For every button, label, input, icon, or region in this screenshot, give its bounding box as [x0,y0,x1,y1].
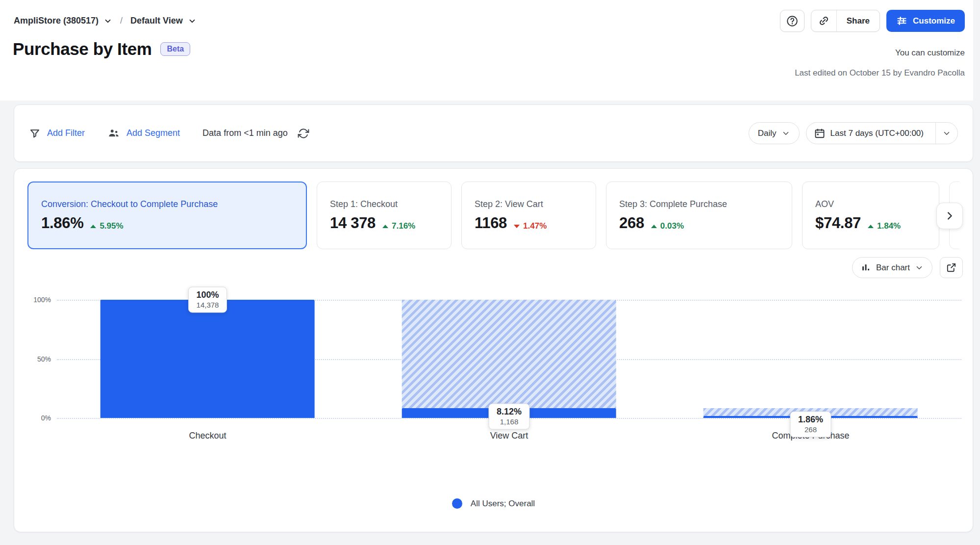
refresh-button[interactable] [298,128,309,139]
add-segment-button[interactable]: Add Segment [107,127,180,140]
add-filter-label: Add Filter [47,128,85,138]
trend-arrow-icon [651,225,657,228]
metric-card-value: 268 [619,214,644,232]
chevron-down-icon [188,17,197,26]
view-selector[interactable]: Default View [130,16,197,26]
help-icon [786,15,799,27]
metric-card-label: Step 2: View Cart [475,199,583,209]
project-name: AmpliStore (380517) [14,16,99,26]
series-label: All Users; Overall [471,499,535,509]
y-axis-tick: 50% [37,355,51,363]
chart-type-select[interactable]: Bar chart [852,257,932,278]
copy-link-button[interactable] [811,10,837,31]
share-button-group: Share [811,10,880,32]
x-axis-label: View Cart [358,431,660,441]
chart-panel: Conversion: Checkout to Complete Purchas… [14,168,973,532]
series-color-dot[interactable] [452,498,462,509]
metric-card-value: 1.86% [41,214,83,232]
sliders-icon [896,15,907,26]
breadcrumb-separator: / [120,16,123,26]
trend-arrow-icon [514,225,520,228]
customize-label: Customize [913,16,955,26]
open-in-new-icon [946,262,957,273]
view-name: Default View [130,16,183,26]
metric-card-value: $74.87 [815,214,861,232]
x-axis-label: Checkout [57,431,358,441]
metric-card[interactable]: Conversion: Checkout to Complete Purchas… [27,182,307,249]
title-row: Purchase by Item Beta [13,39,190,59]
bar-value-label: 1.86%268 [790,411,831,437]
calendar-icon [814,128,826,139]
trend-arrow-icon [90,225,96,228]
date-range-value: Last 7 days (UTC+00:00) [830,129,924,138]
dropoff-hatch-area[interactable] [402,300,616,408]
granularity-value: Daily [758,129,777,138]
chart-controls: Bar chart [852,257,963,278]
metric-card-delta: 0.03% [651,221,684,231]
bar-value-label: 8.12%1,168 [489,404,529,430]
top-actions: Share Customize [780,10,965,32]
chevron-down-icon [942,129,951,138]
chevron-right-icon [944,210,955,221]
metric-card-delta: 1.84% [868,221,901,231]
link-icon [818,15,830,27]
funnel-step-complete-purchase[interactable]: 1.86%268Complete Purchase [660,300,961,418]
project-selector[interactable]: AmpliStore (380517) [14,16,112,26]
chevron-down-icon [915,263,924,272]
breadcrumb: AmpliStore (380517) / Default View [14,16,197,26]
funnel-filter-icon [29,128,41,139]
metric-cards-row: Conversion: Checkout to Complete Purchas… [27,182,959,249]
metric-card[interactable]: AOV $74.87 1.84% [802,182,939,249]
metric-card[interactable]: Step 2: View Cart 1168 1.47% [461,182,596,249]
bar-value-label: 100%14,378 [188,287,226,313]
customize-button[interactable]: Customize [886,10,965,32]
metric-card-label: Conversion: Checkout to Complete Purchas… [41,199,293,209]
scroll-cards-next-button[interactable] [936,203,963,229]
funnel-bar-chart: 100% 50% 0% 100%14,378Checkout8.12%1,168… [57,300,961,418]
filter-toolbar: Add Filter Add Segment Data from <1 min … [14,104,973,162]
metric-card-value: 14 378 [330,214,376,232]
chevron-down-icon [781,129,790,138]
y-axis-tick: 100% [33,296,51,304]
beta-badge: Beta [160,42,190,56]
chevron-down-icon [103,17,112,26]
metric-card-label: AOV [815,199,926,209]
refresh-icon [298,128,309,139]
open-in-new-button[interactable] [940,257,963,278]
add-segment-label: Add Segment [126,128,180,138]
metric-card-delta: 7.16% [382,221,415,231]
metric-card-label: Step 1: Checkout [330,199,438,209]
funnel-step-checkout[interactable]: 100%14,378Checkout [57,300,358,418]
customize-note: You can customize [895,48,965,58]
chart-legend: All Users; Overall [14,498,973,509]
trend-arrow-icon [382,225,388,228]
y-axis-tick: 0% [41,414,51,422]
users-icon [107,127,120,140]
help-button[interactable] [780,10,804,32]
metric-card[interactable]: Step 1: Checkout 14 378 7.16% [317,182,452,249]
date-range-select[interactable]: Last 7 days (UTC+00:00) [806,122,958,144]
metric-card-label: Step 3: Complete Purchase [619,199,779,209]
granularity-select[interactable]: Daily [749,122,800,144]
add-filter-button[interactable]: Add Filter [29,128,85,139]
funnel-step-view-cart[interactable]: 8.12%1,168View Cart [358,300,660,418]
date-range-expander[interactable] [935,123,957,144]
metric-card[interactable]: Step 3: Complete Purchase 268 0.03% [606,182,792,249]
trend-arrow-icon [868,225,874,228]
page-title: Purchase by Item [13,39,151,59]
share-button[interactable]: Share [837,10,879,31]
metric-card-delta: 5.95% [90,221,123,231]
metric-card-value: 1168 [475,214,507,232]
chart-type-value: Bar chart [876,263,910,273]
bar-chart-icon [861,262,871,273]
last-edited-text: Last edited on October 15 by Evandro Pac… [795,68,965,78]
conversion-bar[interactable] [101,300,315,418]
data-freshness-text: Data from <1 min ago [202,128,288,138]
metric-card-delta: 1.47% [514,221,547,231]
